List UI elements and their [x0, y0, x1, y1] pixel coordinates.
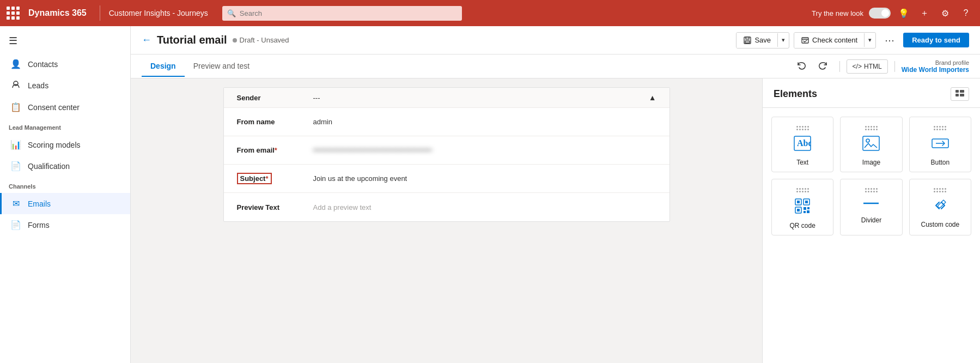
hamburger-button[interactable]: ☰	[0, 31, 130, 51]
sidebar-item-label: Emails	[28, 199, 51, 208]
search-container: 🔍	[222, 6, 462, 21]
sidebar-item-leads[interactable]: Leads	[0, 75, 130, 96]
html-text: HTML	[864, 63, 882, 70]
svg-rect-22	[807, 207, 809, 209]
sub-toolbar-right: </> HTML Brand profile Wide World Import…	[792, 57, 969, 76]
divider-element-icon	[862, 198, 880, 212]
toolbar-divider	[839, 61, 840, 72]
elements-grid: Abc Text	[763, 108, 980, 244]
html-button[interactable]: </> HTML	[847, 59, 888, 74]
qr-element-icon	[794, 198, 811, 217]
element-text[interactable]: Abc Text	[771, 117, 833, 172]
editor-main: Sender --- ▲ From name admin From email*	[131, 78, 762, 363]
redo-button[interactable]	[814, 57, 833, 76]
tab-design[interactable]: Design	[142, 56, 185, 77]
more-options-button[interactable]: ⋯	[880, 31, 899, 50]
element-button-label: Button	[930, 159, 949, 166]
sidebar-item-emails[interactable]: ✉ Emails	[0, 193, 130, 214]
sub-toolbar: Design Preview and test </>	[131, 55, 980, 78]
svg-rect-3	[745, 41, 750, 43]
check-content-dropdown-arrow[interactable]: ▾	[864, 33, 875, 47]
try-new-look-label: Try the new look	[812, 9, 863, 17]
sidebar-item-consent-center[interactable]: 📋 Consent center	[0, 96, 130, 118]
grid-view-icon	[955, 90, 964, 96]
divider-icon-svg	[862, 198, 880, 209]
elements-header: Elements	[763, 78, 980, 108]
collapse-button[interactable]: ▲	[649, 93, 656, 102]
settings-icon[interactable]: ⚙	[938, 5, 953, 21]
try-new-look-toggle[interactable]	[869, 8, 891, 19]
svg-rect-7	[955, 94, 959, 96]
save-button[interactable]: Save	[736, 33, 777, 48]
element-qr-code[interactable]: QR code	[771, 179, 833, 235]
undo-button[interactable]	[792, 57, 810, 76]
form-row-from-email: From email* ••••••••••••••••••••••••••••…	[224, 136, 669, 165]
brand-profile[interactable]: Brand profile Wide World Importers	[902, 59, 969, 74]
svg-text:Abc: Abc	[797, 138, 811, 148]
custom-code-icon-svg	[932, 198, 949, 213]
sidebar-item-contacts[interactable]: 👤 Contacts	[0, 53, 130, 75]
waffle-icon[interactable]	[7, 7, 20, 20]
main-layout: ☰ 👤 Contacts Leads 📋 Consent center Lead…	[0, 26, 980, 363]
preview-text-label: Preview Text	[237, 203, 313, 211]
topbar-right: Try the new look 💡 ＋ ⚙ ?	[812, 5, 973, 21]
back-button[interactable]: ←	[142, 34, 151, 46]
button-icon-svg	[932, 136, 949, 151]
element-text-label: Text	[796, 159, 808, 166]
leads-svg	[11, 80, 20, 89]
svg-rect-20	[797, 209, 800, 211]
svg-rect-11	[863, 136, 879, 150]
element-custom-code[interactable]: Custom code	[909, 179, 971, 235]
page-title: Tutorial email	[157, 34, 227, 46]
element-button[interactable]: Button	[909, 117, 971, 172]
page-header: ← Tutorial email Draft - Unsaved	[131, 26, 980, 55]
subject-label-box: Subject*	[237, 173, 272, 184]
toolbar-divider2	[894, 61, 895, 72]
content-area: ← Tutorial email Draft - Unsaved	[131, 26, 980, 363]
check-content-button[interactable]: Check content	[794, 33, 864, 48]
check-content-button-group: Check content ▾	[794, 32, 876, 49]
elements-panel: Elements	[762, 78, 980, 363]
topbar: Dynamics 365 Customer Insights - Journey…	[0, 0, 980, 26]
status-badge: Draft - Unsaved	[233, 36, 289, 44]
add-icon[interactable]: ＋	[917, 5, 932, 21]
sidebar-item-label: Contacts	[28, 60, 58, 69]
help-icon[interactable]: ?	[958, 5, 973, 21]
ready-to-send-button[interactable]: Ready to send	[903, 33, 969, 47]
section-channels: Channels	[0, 177, 130, 193]
lightbulb-icon[interactable]: 💡	[896, 5, 911, 21]
sidebar-item-scoring-models[interactable]: 📊 Scoring models	[0, 134, 130, 155]
element-image[interactable]: Image	[840, 117, 902, 172]
tab-preview[interactable]: Preview and test	[185, 56, 259, 77]
subject-required: *	[265, 174, 268, 183]
editor-layout: Sender --- ▲ From name admin From email*	[131, 78, 980, 363]
svg-rect-24	[807, 210, 809, 213]
save-label: Save	[754, 36, 771, 44]
save-dropdown-arrow[interactable]: ▾	[777, 33, 789, 47]
from-name-value[interactable]: admin	[313, 116, 656, 128]
from-email-value[interactable]: ••••••••••••••••••••••••••••••••••••••••…	[313, 144, 656, 156]
sender-value: ---	[313, 94, 320, 102]
contacts-icon: 👤	[10, 59, 21, 69]
check-content-icon	[801, 36, 809, 45]
save-icon	[743, 36, 752, 45]
preview-text-placeholder[interactable]: Add a preview text	[313, 201, 656, 214]
page-header-left: ← Tutorial email Draft - Unsaved	[142, 34, 729, 46]
elements-view-toggle[interactable]	[951, 87, 969, 101]
element-divider-label: Divider	[861, 216, 881, 224]
element-divider[interactable]: Divider	[840, 179, 902, 235]
svg-rect-6	[960, 90, 964, 93]
subject-value[interactable]: Join us at the upcoming event	[313, 172, 656, 185]
search-input[interactable]	[222, 6, 462, 21]
sidebar-item-forms[interactable]: 📄 Forms	[0, 214, 130, 235]
emails-icon: ✉	[10, 198, 21, 209]
brand-profile-name: Wide World Importers	[902, 66, 969, 74]
svg-point-12	[866, 139, 869, 142]
element-dots	[865, 188, 878, 192]
topbar-divider	[100, 5, 100, 21]
sidebar-item-qualification[interactable]: 📄 Qualification	[0, 155, 130, 177]
forms-icon: 📄	[10, 220, 21, 230]
sidebar-item-label: Forms	[28, 221, 50, 229]
undo-icon	[796, 60, 806, 70]
sidebar-item-label: Scoring models	[28, 141, 81, 149]
